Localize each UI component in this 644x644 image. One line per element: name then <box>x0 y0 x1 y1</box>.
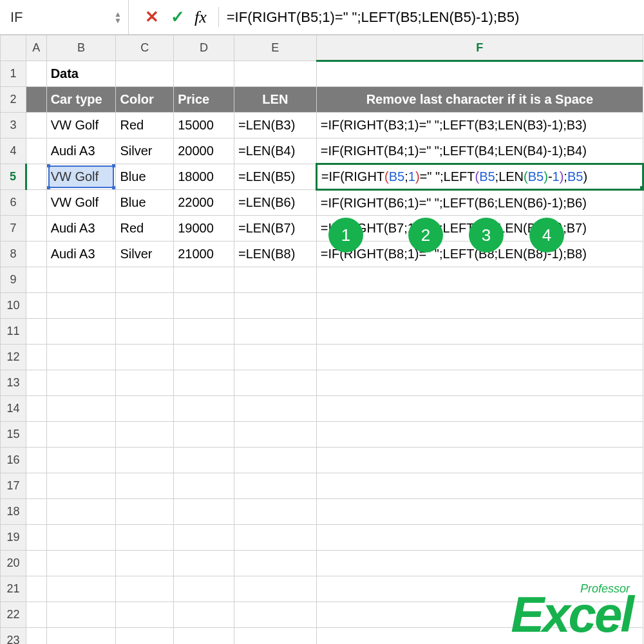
cell-F9[interactable] <box>316 267 643 293</box>
cell-A18[interactable] <box>26 499 46 525</box>
cell-D21[interactable] <box>174 576 234 602</box>
cell-D6[interactable]: 22000 <box>174 190 234 216</box>
cell-A10[interactable] <box>26 293 46 319</box>
cell-C7[interactable]: Red <box>116 216 174 242</box>
cell-A19[interactable] <box>26 525 46 551</box>
cell-C14[interactable] <box>116 396 174 422</box>
row-header-2[interactable]: 2 <box>1 87 26 113</box>
cell-F1[interactable] <box>316 61 643 87</box>
cell-B17[interactable] <box>46 473 116 499</box>
cell-E8[interactable]: =LEN(B8) <box>234 242 316 267</box>
cell-C1[interactable] <box>116 61 174 87</box>
fx-icon[interactable]: fx <box>194 8 207 27</box>
cell-B9[interactable] <box>46 267 116 293</box>
cell-B14[interactable] <box>46 396 116 422</box>
cell-C10[interactable] <box>116 293 174 319</box>
row-header-3[interactable]: 3 <box>1 113 26 138</box>
cell-F3[interactable]: =IF(RIGHT(B3;1)=" ";LEFT(B3;LEN(B3)-1);B… <box>316 113 643 138</box>
cell-F4[interactable]: =IF(RIGHT(B4;1)=" ";LEFT(B4;LEN(B4)-1);B… <box>316 138 643 164</box>
cell-B1[interactable]: Data <box>46 61 116 87</box>
cell-C19[interactable] <box>116 525 174 551</box>
cell-D1[interactable] <box>174 61 234 87</box>
cell-D13[interactable] <box>174 370 234 396</box>
cell-E9[interactable] <box>234 267 316 293</box>
cell-D11[interactable] <box>174 319 234 345</box>
cell-D22[interactable] <box>174 602 234 628</box>
name-box-container[interactable]: IF ▲ ▼ <box>0 0 129 34</box>
name-box[interactable]: IF <box>10 9 109 26</box>
col-header-A[interactable]: A <box>26 35 46 61</box>
spreadsheet-grid[interactable]: A B C D E F 1Data2Car typeColorPriceLENR… <box>0 35 644 644</box>
cell-F18[interactable] <box>316 499 643 525</box>
cell-B7[interactable]: Audi A3 <box>46 216 116 242</box>
cell-D20[interactable] <box>174 551 234 576</box>
row-header-5[interactable]: 5 <box>1 164 26 190</box>
cell-B3[interactable]: VW Golf <box>46 113 116 138</box>
row-header-7[interactable]: 7 <box>1 216 26 242</box>
cell-D7[interactable]: 19000 <box>174 216 234 242</box>
cell-C22[interactable] <box>116 602 174 628</box>
cell-A17[interactable] <box>26 473 46 499</box>
row-header-21[interactable]: 21 <box>1 576 26 602</box>
fill-handle[interactable] <box>640 186 643 190</box>
row-header-8[interactable]: 8 <box>1 242 26 267</box>
cell-E21[interactable] <box>234 576 316 602</box>
cell-E15[interactable] <box>234 422 316 448</box>
cell-B5[interactable]: VW Golf <box>46 164 116 190</box>
cell-D10[interactable] <box>174 293 234 319</box>
cell-E23[interactable] <box>234 628 316 645</box>
row-header-23[interactable]: 23 <box>1 628 26 645</box>
row-header-17[interactable]: 17 <box>1 473 26 499</box>
cell-B16[interactable] <box>46 448 116 473</box>
cell-A7[interactable] <box>26 216 46 242</box>
cell-B4[interactable]: Audi A3 <box>46 138 116 164</box>
cell-A5[interactable] <box>26 164 46 190</box>
cell-A16[interactable] <box>26 448 46 473</box>
cancel-button[interactable]: ✕ <box>139 0 165 34</box>
cell-F16[interactable] <box>316 448 643 473</box>
col-header-D[interactable]: D <box>174 35 234 61</box>
cell-C8[interactable]: Silver <box>116 242 174 267</box>
cell-C2[interactable]: Color <box>116 87 174 113</box>
cell-C9[interactable] <box>116 267 174 293</box>
cell-B15[interactable] <box>46 422 116 448</box>
cell-E19[interactable] <box>234 525 316 551</box>
cell-A4[interactable] <box>26 138 46 164</box>
cell-E4[interactable]: =LEN(B4) <box>234 138 316 164</box>
row-header-16[interactable]: 16 <box>1 448 26 473</box>
cell-F13[interactable] <box>316 370 643 396</box>
cell-A12[interactable] <box>26 345 46 370</box>
cell-A3[interactable] <box>26 113 46 138</box>
cell-A11[interactable] <box>26 319 46 345</box>
cell-E3[interactable]: =LEN(B3) <box>234 113 316 138</box>
cell-D19[interactable] <box>174 525 234 551</box>
cell-A23[interactable] <box>26 628 46 645</box>
cell-A13[interactable] <box>26 370 46 396</box>
select-all-corner[interactable] <box>1 35 26 61</box>
cell-D12[interactable] <box>174 345 234 370</box>
cell-C21[interactable] <box>116 576 174 602</box>
cell-C3[interactable]: Red <box>116 113 174 138</box>
cell-B19[interactable] <box>46 525 116 551</box>
cell-E20[interactable] <box>234 551 316 576</box>
row-header-1[interactable]: 1 <box>1 61 26 87</box>
cell-F17[interactable] <box>316 473 643 499</box>
row-header-19[interactable]: 19 <box>1 525 26 551</box>
cell-E1[interactable] <box>234 61 316 87</box>
cell-C15[interactable] <box>116 422 174 448</box>
cell-D8[interactable]: 21000 <box>174 242 234 267</box>
row-header-20[interactable]: 20 <box>1 551 26 576</box>
cell-F6[interactable]: =IF(RIGHT(B6;1)=" ";LEFT(B6;LEN(B6)-1);B… <box>316 190 643 216</box>
cell-A2[interactable] <box>26 87 46 113</box>
cell-A9[interactable] <box>26 267 46 293</box>
cell-B21[interactable] <box>46 576 116 602</box>
cell-B23[interactable] <box>46 628 116 645</box>
cell-D2[interactable]: Price <box>174 87 234 113</box>
cell-E5[interactable]: =LEN(B5) <box>234 164 316 190</box>
cell-B12[interactable] <box>46 345 116 370</box>
cell-E22[interactable] <box>234 602 316 628</box>
cell-D4[interactable]: 20000 <box>174 138 234 164</box>
cell-E11[interactable] <box>234 319 316 345</box>
cell-C6[interactable]: Blue <box>116 190 174 216</box>
cell-A20[interactable] <box>26 551 46 576</box>
